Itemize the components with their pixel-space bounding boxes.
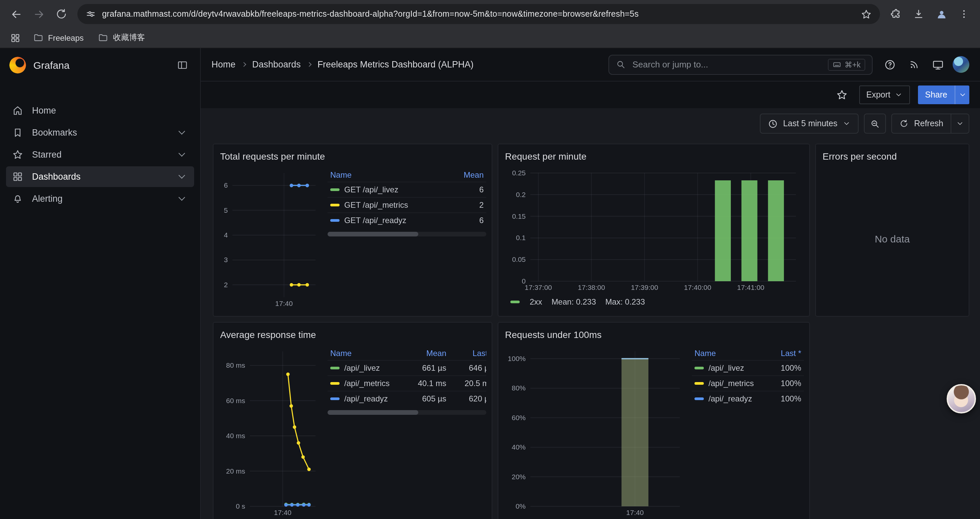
refresh-interval-button[interactable] [951,113,969,134]
series-value: 6 [446,182,486,197]
share-button[interactable]: Share [918,86,955,104]
svg-text:5: 5 [224,206,228,214]
apps-grid-button[interactable] [7,29,24,46]
floating-avatar-widget[interactable] [947,384,976,414]
kiosk-mode-button[interactable] [929,55,947,74]
help-button[interactable] [881,55,899,74]
menu-button[interactable] [953,3,975,25]
zoom-out-button[interactable] [864,113,886,134]
chevron-down-icon[interactable] [178,172,185,179]
series-value: 100% [760,360,804,376]
svg-text:0.2: 0.2 [516,191,526,198]
legend-row: /api/_readyz100% [692,391,804,406]
legend-column-header[interactable]: Mean [397,347,449,360]
series-name[interactable]: GET /api/_livez [344,185,398,194]
reload-button[interactable] [51,3,72,25]
forward-button[interactable] [28,3,49,25]
news-button[interactable] [905,55,923,74]
legend-column-header[interactable]: Mean [446,168,486,182]
series-swatch [694,367,704,369]
sidebar-toggle-button[interactable] [173,56,191,73]
search-input[interactable] [631,59,822,70]
sidebar-item-alerting[interactable]: Alerting [6,188,194,209]
svg-text:20 ms: 20 ms [226,467,245,475]
legend-row: GET /api/_metrics2 [328,197,486,213]
panel-title[interactable]: Errors per second [822,150,962,163]
legend-table: NameMeanLast */api/_livez661 µs646 µs/ap… [328,347,486,406]
bookmark-item-blog[interactable]: 收藏博客 [93,30,150,45]
sidebar-item-label: Alerting [32,194,63,204]
series-name[interactable]: /api/_readyz [708,394,752,404]
bookmark-star-icon[interactable] [861,8,872,20]
panel-average-response-time: Average response time 0 s20 ms40 ms60 ms… [213,322,492,519]
sidebar-item-home[interactable]: Home [6,100,194,121]
sidebar-item-starred[interactable]: Starred [6,144,194,165]
breadcrumb-home[interactable]: Home [212,59,235,69]
chevron-down-icon[interactable] [178,128,185,134]
monitor-icon [932,58,944,70]
series-name[interactable]: GET /api/_readyz [344,216,406,225]
panel-requests-under-100ms: Requests under 100ms 0%20%40%60%80%100%1… [498,322,810,519]
brand-name: Grafana [33,59,69,70]
refresh-button[interactable]: Refresh [891,113,951,134]
legend-table: NameLast */api/_livez100%/api/_metrics10… [692,347,804,406]
bar-chart: 00.050.10.150.20.2517:37:0017:38:0017:39… [505,167,801,292]
sidebar-item-bookmarks[interactable]: Bookmarks [6,122,194,143]
scrollbar-thumb[interactable] [328,410,418,415]
panel-title[interactable]: Total requests per minute [220,150,485,163]
legend-column-header[interactable]: Name [328,347,397,360]
user-avatar[interactable] [953,56,969,73]
series-value: 2 [446,197,486,213]
search-icon [616,59,626,69]
sidebar-item-dashboards[interactable]: Dashboards [6,166,194,187]
breadcrumb-dashboards[interactable]: Dashboards [252,59,301,69]
time-range-button[interactable]: Last 5 minutes [760,113,859,134]
series-name[interactable]: /api/_livez [708,363,744,373]
series-name[interactable]: GET /api/_metrics [344,200,408,210]
legend-column-header[interactable]: Name [328,168,446,182]
legend-column-header[interactable]: Last * [449,347,486,360]
site-settings-icon[interactable] [85,9,96,19]
series-swatch [510,300,520,303]
bookmark-item-freeleaps[interactable]: Freeleaps [28,31,89,45]
back-button[interactable] [5,3,27,25]
home-icon [12,105,23,116]
downloads-button[interactable] [908,3,929,25]
legend-scrollbar[interactable] [328,410,486,415]
svg-text:0.15: 0.15 [512,212,526,220]
scrollbar-thumb[interactable] [328,232,418,236]
search-bar[interactable]: ⌘+k [608,54,873,75]
panel-title[interactable]: Average response time [220,328,485,341]
series-name[interactable]: /api/_livez [344,363,380,373]
url-bar[interactable]: grafana.mathmast.com/d/deytv4rwavabkb/fr… [77,4,880,24]
breadcrumb-separator [307,62,312,67]
series-name[interactable]: /api/_readyz [344,394,388,404]
series-value: 6 [446,213,486,228]
series-name[interactable]: /api/_metrics [344,379,390,388]
dashboards-icon [12,171,23,182]
legend-column-header[interactable]: Last * [760,347,804,360]
panel-title[interactable]: Requests under 100ms [505,328,803,341]
profile-button[interactable] [931,3,952,25]
svg-text:60 ms: 60 ms [226,397,245,404]
svg-text:0 s: 0 s [236,502,245,510]
svg-text:2: 2 [224,281,228,289]
svg-text:0.1: 0.1 [516,234,526,241]
svg-text:17:40: 17:40 [275,300,293,307]
bookmark-icon [12,127,23,138]
legend-column-header[interactable]: Name [692,347,760,360]
chevron-down-icon[interactable] [178,150,185,156]
grafana-logo[interactable] [10,56,26,73]
chevron-down-icon[interactable] [178,194,185,201]
rss-icon [908,59,920,70]
export-button[interactable]: Export [859,86,910,104]
panel-title[interactable]: Request per minute [505,150,803,163]
extensions-button[interactable] [885,3,907,25]
series-name[interactable]: /api/_metrics [708,379,754,388]
series-name[interactable]: 2xx [530,297,542,307]
legend-scrollbar[interactable] [328,232,486,236]
chevron-down-icon [958,91,966,99]
share-menu-button[interactable] [955,86,969,104]
url-text[interactable]: grafana.mathmast.com/d/deytv4rwavabkb/fr… [102,10,854,19]
favorite-dashboard-button[interactable] [832,86,851,104]
